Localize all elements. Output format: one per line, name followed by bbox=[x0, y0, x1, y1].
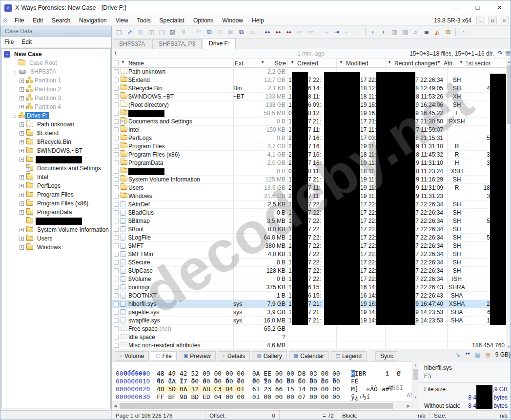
row-checkbox[interactable] bbox=[114, 169, 119, 174]
copy-icon[interactable]: ⧉ bbox=[204, 27, 215, 37]
file-row[interactable]: (Root directory)138 GB16 09:19 16:9 16:2… bbox=[112, 101, 506, 109]
file-row[interactable]: Program Files (x86)4,1 GB27 16:18 11:8 1… bbox=[112, 151, 506, 159]
scrollbar-thumb[interactable] bbox=[120, 403, 393, 409]
minimize-button[interactable]: — bbox=[445, 0, 467, 15]
file-list-scrollbar[interactable]: ▲ ▼ bbox=[506, 59, 511, 350]
hex-row[interactable]: 00000000048 49 42 52 09 00 00 00 0A EE 0… bbox=[112, 370, 412, 378]
tree-item[interactable]: +Users bbox=[2, 234, 110, 243]
row-checkbox[interactable] bbox=[114, 194, 119, 199]
paste-alt-icon[interactable]: ▣ bbox=[225, 27, 236, 37]
expand-icon[interactable]: + bbox=[20, 210, 24, 215]
tree-item[interactable]: +$Recycle.Bin bbox=[2, 138, 110, 146]
position-list-icon[interactable]: ◎ bbox=[485, 351, 490, 358]
row-checkbox[interactable] bbox=[114, 152, 119, 157]
hex-horizontal-scrollbar[interactable]: ◀ ▶ bbox=[112, 401, 412, 409]
tree-item[interactable]: +Program Files bbox=[2, 190, 110, 199]
search-icon[interactable]: ●● bbox=[262, 27, 273, 37]
file-row[interactable]: $BadClus0 B17 22:17 22:7 22:26:34SH5 273 bbox=[112, 209, 506, 217]
file-row[interactable]: $Volume0 B17 22:17 22:7 22:26:34ISH5 273 bbox=[112, 275, 506, 283]
row-checkbox[interactable] bbox=[114, 301, 119, 306]
expand-icon[interactable]: + bbox=[20, 105, 24, 109]
filter-icon[interactable]: ▼ bbox=[459, 60, 463, 64]
file-row[interactable]: $AttrDef2,5 KB17 22:17 22:7 22:26:34SH5 … bbox=[112, 200, 506, 209]
sync-arrow-icon[interactable]: ↘ bbox=[455, 351, 460, 358]
column-header-size[interactable]: Size bbox=[258, 60, 286, 67]
mode-tab-sync[interactable]: Sync bbox=[375, 351, 398, 361]
camera-icon[interactable]: ◙ bbox=[421, 27, 432, 37]
scroll-up-icon[interactable]: ▲ bbox=[413, 362, 418, 368]
print-icon[interactable]: ▤ bbox=[157, 27, 167, 37]
tree-item[interactable]: ⌕New Case bbox=[2, 50, 110, 59]
file-row[interactable]: Windows21,6 GB27 11:19 11:9 11:31:2332 6… bbox=[112, 192, 506, 200]
scroll-right-icon[interactable]: ▶ bbox=[405, 402, 412, 410]
menu-file[interactable]: File bbox=[10, 15, 28, 26]
save-icon[interactable]: ▦ bbox=[135, 27, 146, 37]
menu-navigation[interactable]: Navigation bbox=[75, 15, 111, 26]
tree-item[interactable] bbox=[2, 217, 110, 225]
mode-tab-preview[interactable]: ▣Preview bbox=[179, 351, 216, 361]
tree-item[interactable]: +Intel bbox=[2, 173, 110, 181]
save-icon[interactable]: ▦ bbox=[505, 50, 511, 57]
mode-tab-legend[interactable]: ☰Legend bbox=[331, 351, 367, 361]
row-checkbox[interactable] bbox=[114, 202, 119, 207]
row-checkbox[interactable] bbox=[114, 69, 119, 74]
scroll-left-icon[interactable]: ◀ bbox=[112, 402, 119, 410]
row-checkbox[interactable] bbox=[114, 318, 119, 323]
row-checkbox[interactable] bbox=[114, 219, 119, 223]
forward-icon[interactable]: → bbox=[352, 27, 363, 37]
file-row[interactable]: Documents and Settings0 B17 21:17 21:7 2… bbox=[112, 118, 506, 126]
add-folder-icon[interactable]: ⇧ bbox=[178, 27, 189, 37]
mode-tab-volume[interactable]: ◗Volume bbox=[115, 351, 149, 361]
hex-vertical-scrollbar[interactable]: ▲ ▼ bbox=[412, 361, 419, 409]
row-checkbox[interactable] bbox=[114, 136, 119, 140]
menu-search[interactable]: Search bbox=[47, 15, 75, 26]
hex-row[interactable]: 00000001046 CA 17 00 00 00 00 00 00 10 0… bbox=[112, 378, 412, 385]
file-row[interactable]: $Boot8,0 KB17 22:17 22:7 22:26:34SH bbox=[112, 225, 506, 234]
row-checkbox[interactable] bbox=[114, 335, 119, 340]
row-checkbox[interactable] bbox=[114, 119, 119, 124]
ram-icon[interactable]: ▥ bbox=[389, 27, 400, 37]
tree-item[interactable]: −SHFS37A bbox=[2, 67, 110, 76]
calculator-icon[interactable]: ▦ bbox=[400, 27, 410, 37]
mode-tab-file[interactable]: ▢File bbox=[151, 351, 177, 361]
row-checkbox[interactable] bbox=[114, 144, 119, 149]
row-checkbox[interactable] bbox=[114, 243, 119, 248]
file-row[interactable]: BOOTNXT1 B16 15:16 14:7 22:26:43SHA5 312 bbox=[112, 292, 506, 300]
file-row[interactable]: Users13,5 GB27 11:19 11:9 11:31:09R185 8… bbox=[112, 184, 506, 192]
expand-icon[interactable]: + bbox=[20, 122, 24, 127]
disk-image-icon[interactable]: ◫ bbox=[146, 27, 157, 37]
tree-item[interactable]: +Partition 3 bbox=[2, 94, 110, 102]
expand-icon[interactable]: + bbox=[20, 131, 24, 136]
simultaneous-search-icon[interactable]: ●● bbox=[273, 27, 284, 37]
mode-tab-details[interactable]: ⌕Details bbox=[218, 351, 250, 361]
row-checkbox[interactable] bbox=[114, 252, 119, 257]
filter-icon[interactable]: ▼ bbox=[121, 60, 125, 64]
column-header-record-changed[interactable]: Record changed bbox=[394, 60, 437, 67]
tree-item[interactable]: +Path unknown bbox=[2, 120, 110, 129]
hex-row[interactable]: 0000000204D 5D 0A 12 AB C3 D4 01 61 23 6… bbox=[112, 385, 412, 393]
goto-offset-icon[interactable]: → bbox=[320, 27, 331, 37]
expand-icon[interactable]: + bbox=[20, 237, 24, 241]
row-checkbox[interactable] bbox=[114, 102, 119, 107]
expand-icon[interactable]: + bbox=[20, 228, 24, 232]
paste-icon[interactable]: ⧉ bbox=[215, 27, 225, 37]
file-row[interactable]: bootmgr375 KB16 15:16 14:7 22:26:43SHRA5… bbox=[112, 283, 506, 292]
row-checkbox[interactable] bbox=[114, 277, 119, 281]
mdi-minimize-button[interactable]: – bbox=[476, 17, 485, 24]
tree-item[interactable]: +$WINDOWS.~BT bbox=[2, 146, 110, 155]
row-checkbox[interactable] bbox=[114, 326, 119, 331]
file-row[interactable]: Path unknown2,2 GB bbox=[112, 68, 506, 76]
row-checkbox[interactable] bbox=[114, 343, 119, 348]
menu-window[interactable]: Window bbox=[218, 15, 247, 26]
case-menu-file[interactable]: File bbox=[0, 37, 18, 47]
refresh-icon[interactable]: ↷ bbox=[498, 50, 503, 57]
tab-shfs37a-p3[interactable]: SHFS37A, P3 bbox=[152, 39, 202, 49]
row-checkbox[interactable] bbox=[114, 86, 119, 91]
file-row[interactable]: $Secure0 B17 22:17 22:7 22:26:34SH bbox=[112, 259, 506, 267]
filter-icon[interactable]: ▼ bbox=[339, 60, 343, 64]
row-checkbox[interactable] bbox=[114, 78, 119, 82]
tree-item[interactable]: +Partition 2 bbox=[2, 85, 110, 94]
partial-icon[interactable]: ◔ bbox=[458, 27, 469, 37]
hex-search-icon[interactable]: ●● bbox=[284, 27, 294, 37]
expand-icon[interactable]: + bbox=[20, 158, 24, 162]
